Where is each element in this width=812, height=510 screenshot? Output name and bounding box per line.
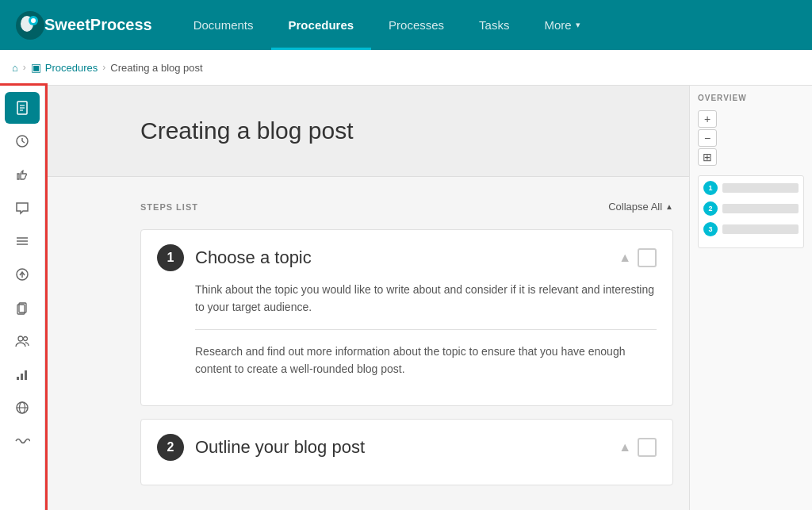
nav-documents[interactable]: Documents	[176, 0, 271, 50]
svg-point-3	[31, 18, 36, 23]
thumbs-up-icon	[14, 167, 30, 182]
logo-icon	[16, 11, 44, 40]
collapse-caret-icon: ▲	[665, 202, 673, 211]
sidebar-item-chart[interactable]	[5, 359, 40, 390]
breadcrumb-doc-icon: ▣	[31, 61, 41, 74]
sidebar-item-comment[interactable]	[5, 192, 40, 224]
step-1-divider	[195, 329, 657, 330]
overview-panel: OVERVIEW + − ⊞ 1 2 3	[689, 86, 812, 510]
svg-point-19	[24, 337, 28, 341]
step-1-para-1: Think about the topic you would like to …	[195, 281, 657, 316]
steps-label: STEPS LIST	[140, 202, 198, 212]
breadcrumb-sep-2: ›	[102, 62, 105, 73]
copy-icon	[14, 300, 30, 316]
ov-step-row-2: 2	[703, 201, 799, 216]
sidebar	[0, 86, 45, 510]
step-1-actions: ▲	[619, 248, 657, 267]
step-2-header: 2 Outline your blog post ▲	[157, 434, 657, 461]
step-1-checkbox[interactable]	[638, 248, 657, 267]
page-title: Creating a blog post	[140, 117, 594, 144]
svg-rect-20	[17, 377, 19, 380]
overview-fit[interactable]: ⊞	[698, 148, 717, 166]
overview-controls: + − ⊞	[698, 110, 804, 166]
overview-zoom-in[interactable]: +	[698, 110, 717, 128]
svg-rect-21	[21, 374, 23, 380]
nav-links: Documents Procedures Processes Tasks Mor…	[176, 0, 796, 50]
sidebar-item-like[interactable]	[5, 159, 40, 190]
list-icon	[14, 233, 30, 249]
people-icon	[14, 333, 30, 349]
more-chevron-icon: ▾	[576, 20, 580, 30]
breadcrumb: ⌂ › ▣ Procedures › Creating a blog post	[0, 50, 812, 86]
sidebar-item-globe[interactable]	[5, 392, 40, 424]
collapse-all-button[interactable]: Collapse All ▲	[608, 201, 673, 213]
document-icon	[14, 100, 30, 116]
step-1-up-button[interactable]: ▲	[619, 251, 631, 265]
page-body: STEPS LIST Collapse All ▲ 1 Choose a top…	[45, 177, 689, 510]
logo-text: SweetProcess	[44, 16, 152, 34]
ov-step-row-3: 3	[703, 222, 799, 236]
step-2-up-button[interactable]: ▲	[619, 440, 631, 454]
page-header: Creating a blog post	[45, 86, 689, 177]
svg-rect-22	[25, 370, 27, 380]
sidebar-item-clock[interactable]	[5, 125, 40, 157]
wave-icon	[14, 433, 30, 449]
globe-icon	[14, 400, 30, 416]
comment-icon	[14, 200, 30, 216]
sidebar-item-document[interactable]	[5, 92, 40, 124]
breadcrumb-sep-1: ›	[23, 62, 26, 73]
content-area: Creating a blog post STEPS LIST Collapse…	[45, 86, 689, 510]
step-1-title: Choose a topic	[195, 247, 619, 268]
ov-step-bar-1	[722, 183, 799, 193]
sidebar-item-upload[interactable]	[5, 259, 40, 290]
main-layout: Creating a blog post STEPS LIST Collapse…	[0, 86, 812, 510]
ov-step-row-1: 1	[703, 181, 799, 195]
overview-map: 1 2 3	[698, 175, 804, 248]
step-2-number: 2	[157, 434, 184, 461]
chart-icon	[14, 366, 30, 382]
step-1-header: 1 Choose a topic ▲	[157, 244, 657, 271]
sidebar-item-list[interactable]	[5, 225, 40, 257]
top-nav: SweetProcess Documents Procedures Proces…	[0, 0, 812, 50]
logo: SweetProcess	[16, 11, 152, 40]
nav-more[interactable]: More ▾	[527, 0, 597, 50]
clock-icon	[14, 133, 30, 149]
step-1-card: 1 Choose a topic ▲ Think about the topic…	[140, 229, 673, 406]
step-2-checkbox[interactable]	[638, 438, 657, 457]
nav-processes[interactable]: Processes	[371, 0, 462, 50]
ov-step-bar-3	[722, 224, 799, 234]
upload-icon	[14, 267, 30, 282]
nav-procedures[interactable]: Procedures	[271, 0, 372, 50]
overview-zoom-out[interactable]: −	[698, 129, 717, 147]
step-2-actions: ▲	[619, 438, 657, 457]
sidebar-item-copy[interactable]	[5, 292, 40, 324]
overview-title: OVERVIEW	[698, 94, 804, 102]
ov-step-dot-3: 3	[703, 222, 718, 236]
svg-point-18	[18, 336, 23, 341]
breadcrumb-current-page: Creating a blog post	[110, 62, 202, 74]
step-1-para-2: Research and find out more information a…	[195, 343, 657, 378]
breadcrumb-procedures-link[interactable]: ▣ Procedures	[31, 61, 98, 74]
step-1-number: 1	[157, 244, 184, 271]
sidebar-item-people[interactable]	[5, 325, 40, 357]
step-2-card: 2 Outline your blog post ▲	[140, 419, 673, 485]
sidebar-item-wave[interactable]	[5, 425, 40, 457]
nav-tasks[interactable]: Tasks	[462, 0, 527, 50]
ov-step-dot-1: 1	[703, 181, 718, 195]
ov-step-dot-2: 2	[703, 201, 718, 216]
step-2-title: Outline your blog post	[195, 437, 619, 458]
steps-header: STEPS LIST Collapse All ▲	[140, 193, 673, 217]
svg-line-10	[22, 141, 25, 143]
breadcrumb-home[interactable]: ⌂	[12, 62, 18, 74]
step-1-content: Think about the topic you would like to …	[157, 281, 657, 378]
ov-step-bar-2	[722, 204, 799, 213]
